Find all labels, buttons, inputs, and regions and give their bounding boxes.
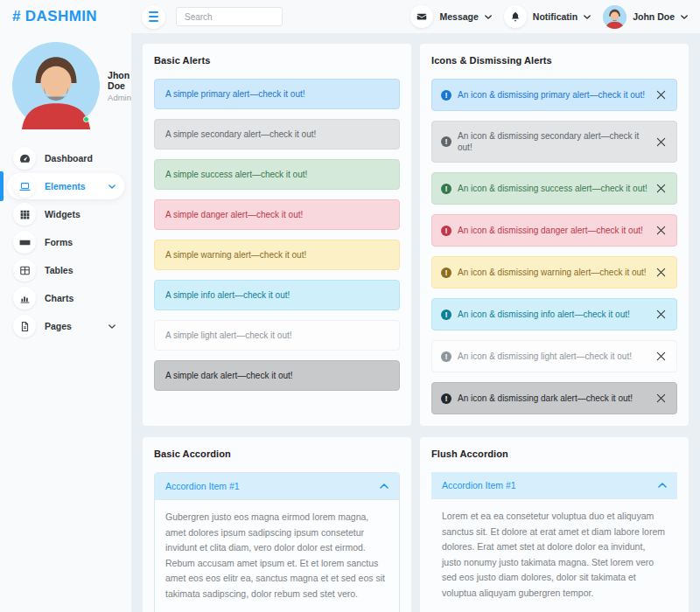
- alert-text: A simple primary alert—check it out!: [165, 89, 305, 99]
- chevron-up-icon: [658, 483, 667, 488]
- notification-dropdown[interactable]: Notificatin: [504, 5, 591, 28]
- laptop-icon: [13, 175, 36, 198]
- chevron-down-icon: [681, 15, 688, 19]
- profile-dropdown[interactable]: John Doe: [603, 5, 688, 29]
- chevron-down-icon: [584, 15, 591, 19]
- sidebar-item-widgets[interactable]: Widgets: [7, 201, 124, 227]
- close-icon[interactable]: [654, 350, 668, 363]
- close-icon[interactable]: [654, 88, 668, 101]
- basic-accordion: Accordion Item #1 Gubergren justo eos ma…: [154, 472, 400, 612]
- card-title: Basic Accordion: [154, 449, 400, 459]
- exclamation-circle-icon: [441, 268, 452, 278]
- flush-accordion: Accordion Item #1 Lorem et ea ea consete…: [431, 472, 677, 612]
- accordion-label: Accordion Item #1: [442, 480, 516, 490]
- exclamation-circle-icon: [441, 351, 452, 362]
- dismissing-alert-primary: An icon & dismissing primary alert—check…: [431, 79, 677, 111]
- envelope-icon: [410, 5, 433, 28]
- alert-text: An icon & dismissing warning alert—check…: [458, 267, 648, 278]
- brand-hash-icon: #: [12, 8, 21, 25]
- alert-text: An icon & dismissing light alert—check i…: [458, 351, 648, 362]
- sidebar-item-charts[interactable]: Charts: [7, 285, 124, 311]
- grid-icon: [13, 203, 36, 226]
- card-title: Flush Accordion: [431, 449, 677, 459]
- close-icon[interactable]: [654, 392, 668, 405]
- dismissing-alert-success: An icon & dismissing success alert—check…: [431, 172, 677, 205]
- chevron-down-icon: [108, 184, 116, 189]
- exclamation-circle-icon: [441, 90, 452, 101]
- accordion-header[interactable]: Accordion Item #1: [155, 473, 399, 499]
- search-input[interactable]: [176, 7, 283, 26]
- alert-text: An icon & dismissing info alert—check it…: [458, 309, 648, 320]
- dismissing-alert-warning: An icon & dismissing warning alert—check…: [431, 256, 677, 289]
- menu-toggle-button[interactable]: [142, 5, 165, 29]
- accordion-label: Accordion Item #1: [165, 481, 240, 491]
- alert-text: A simple success alert—check it out!: [165, 170, 307, 179]
- sidebar-item-label: Elements: [45, 181, 86, 191]
- dismissing-alert-info: An icon & dismissing info alert—check it…: [431, 298, 677, 330]
- exclamation-circle-icon: [441, 309, 452, 320]
- close-icon[interactable]: [654, 182, 668, 195]
- alert-success: A simple success alert—check it out!: [154, 159, 400, 190]
- sidebar-item-label: Pages: [45, 321, 72, 331]
- close-icon[interactable]: [654, 308, 668, 321]
- alert-dark: A simple dark alert—check it out!: [154, 360, 400, 391]
- user-role: Admin: [108, 93, 131, 102]
- accordion-body: Lorem et ea ea consetetur voluptua duo e…: [431, 498, 677, 612]
- exclamation-circle-icon: [441, 226, 452, 236]
- dismissing-alert-secondary: An icon & dismissing secondary alert—che…: [431, 121, 677, 163]
- close-icon[interactable]: [654, 136, 668, 149]
- accordion-item-1: Accordion Item #1 Lorem et ea ea consete…: [431, 472, 677, 612]
- sidebar-item-tables[interactable]: Tables: [7, 257, 124, 283]
- alert-text: A simple secondary alert—check it out!: [165, 129, 316, 139]
- alert-light: A simple light alert—check it out!: [154, 320, 400, 351]
- exclamation-circle-icon: [441, 393, 452, 404]
- chevron-down-icon: [485, 15, 492, 19]
- sidebar-item-forms[interactable]: Forms: [7, 229, 124, 255]
- sidebar-item-label: Forms: [45, 237, 73, 247]
- sidebar: # DASHMIN Jhon Doe Admin: [0, 0, 131, 612]
- sidebar-user-profile[interactable]: Jhon Doe Admin: [0, 33, 131, 138]
- active-indicator-bar: [0, 171, 4, 201]
- sidebar-item-elements[interactable]: Elements: [7, 173, 124, 199]
- tachometer-icon: [13, 147, 36, 170]
- topbar-avatar: [603, 5, 626, 29]
- keyboard-icon: [13, 231, 36, 254]
- accordion-header[interactable]: Accordion Item #1: [431, 472, 677, 498]
- accordion-item-1: Accordion Item #1 Gubergren justo eos ma…: [155, 473, 399, 612]
- file-icon: [13, 315, 36, 337]
- alert-text: An icon & dismissing dark alert—check it…: [458, 393, 648, 404]
- alert-text: An icon & dismissing success alert—check…: [458, 183, 648, 194]
- brand-logo[interactable]: # DASHMIN: [0, 0, 131, 33]
- alert-secondary: A simple secondary alert—check it out!: [154, 119, 400, 150]
- basic-alerts-card: Basic Alerts A simple primary alert—chec…: [143, 44, 411, 426]
- chevron-down-icon: [108, 324, 116, 329]
- alert-text: A simple info alert—check it out!: [165, 290, 290, 300]
- close-icon[interactable]: [654, 224, 668, 237]
- exclamation-circle-icon: [441, 136, 452, 147]
- alert-text: A simple danger alert—check it out!: [165, 210, 303, 219]
- sidebar-item-pages[interactable]: Pages: [7, 313, 124, 339]
- topbar: Message Notificatin: [131, 0, 700, 33]
- alert-text: A simple warning alert—check it out!: [165, 250, 306, 260]
- close-icon[interactable]: [654, 266, 668, 279]
- sidebar-nav: Dashboard Elements Widgets Forms: [0, 145, 131, 339]
- chevron-up-icon: [380, 483, 388, 489]
- accordion-body: Gubergren justo eos magna eirmod lorem m…: [155, 499, 399, 612]
- alert-danger: A simple danger alert—check it out!: [154, 199, 400, 230]
- message-dropdown[interactable]: Message: [410, 5, 491, 28]
- sidebar-item-label: Tables: [45, 265, 73, 275]
- flush-accordion-card: Flush Accordion Accordion Item #1 Lorem …: [420, 437, 689, 612]
- brand-name: DASHMIN: [25, 8, 97, 25]
- exclamation-circle-icon: [441, 184, 452, 194]
- message-label: Message: [439, 11, 478, 22]
- alert-text: A simple dark alert—check it out!: [165, 371, 293, 380]
- dismissing-alert-dark: An icon & dismissing dark alert—check it…: [431, 382, 677, 414]
- sidebar-item-dashboard[interactable]: Dashboard: [7, 145, 124, 171]
- dismissing-alerts-card: Icons & Dismissing Alerts An icon & dism…: [420, 44, 689, 426]
- alert-warning: A simple warning alert—check it out!: [154, 240, 400, 270]
- basic-accordion-card: Basic Accordion Accordion Item #1 Guberg…: [143, 437, 411, 612]
- bell-icon: [504, 5, 527, 28]
- alert-text: A simple light alert—check it out!: [165, 330, 292, 340]
- main-content: Basic Alerts A simple primary alert—chec…: [131, 33, 700, 612]
- profile-name: John Doe: [633, 11, 675, 22]
